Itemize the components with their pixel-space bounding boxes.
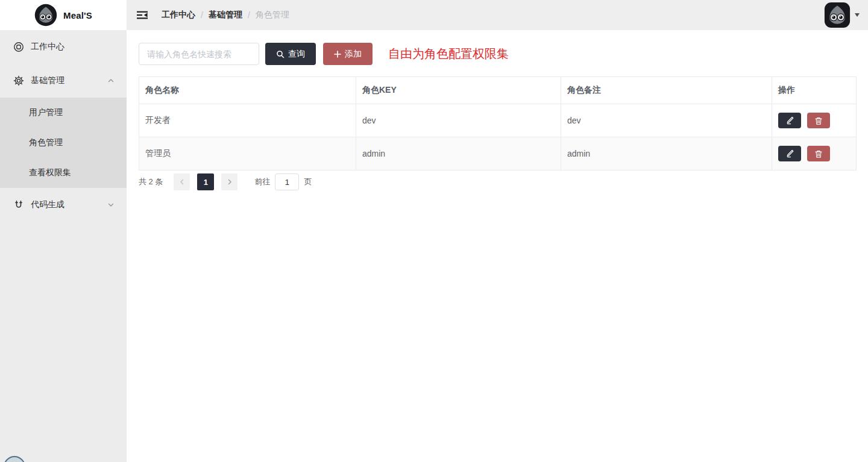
sidebar-item-label: 代码生成 [31,199,64,210]
brand-logo-icon [34,4,57,27]
submenu-item-label: 用户管理 [29,107,63,118]
pagination: 共 2 条 1 前往 页 [139,173,856,190]
caret-down-icon [855,13,860,17]
next-page-button[interactable] [221,173,237,190]
table-header-row: 角色名称 角色KEY 角色备注 操作 [139,77,857,104]
add-role-button[interactable]: 添加 [323,43,373,65]
sidebar-item-label: 工作中心 [31,42,64,52]
search-icon [276,50,285,58]
submenu-item-label: 查看权限集 [29,167,71,178]
main-content: 查询 添加 自由为角色配置权限集 角色名称 角色KEY 角色备注 操作 [127,30,868,462]
query-button[interactable]: 查询 [265,43,316,65]
brand-title: Meal'S [63,10,92,20]
gear-icon [13,75,25,86]
sidebar-item-user-mgmt[interactable]: 用户管理 [0,98,127,128]
submenu-item-label: 角色管理 [29,137,63,148]
chevron-right-icon [226,178,233,186]
toolbar: 查询 添加 自由为角色配置权限集 [139,43,856,65]
prev-page-button[interactable] [174,173,190,190]
breadcrumb-item-work-center[interactable]: 工作中心 [162,10,195,20]
sidebar-menu: 工作中心 基础管理 [0,30,127,222]
delete-role-button[interactable] [807,146,830,161]
breadcrumb: 工作中心 / 基础管理 / 角色管理 [162,10,289,20]
sidebar: Meal'S 工作中心 [0,0,127,462]
sidebar-item-work-center[interactable]: 工作中心 [0,30,127,64]
pencil-icon [785,116,794,125]
sidebar-item-role-mgmt[interactable]: 角色管理 [0,128,127,158]
topbar: 工作中心 / 基础管理 / 角色管理 [127,0,868,30]
cell-role-remark: dev [561,104,772,137]
breadcrumb-separator: / [201,10,203,20]
sidebar-item-codegen[interactable]: 代码生成 [0,188,127,222]
logo-bar: Meal'S [0,0,127,30]
pagination-total: 共 2 条 [139,176,163,187]
plus-icon [334,51,341,58]
trash-icon [814,116,823,125]
cell-role-key: admin [356,137,561,170]
cell-role-remark: admin [561,137,772,170]
table-row: 管理员 admin admin [139,137,857,170]
user-menu[interactable] [824,2,860,28]
column-header-role-remark: 角色备注 [561,77,772,104]
table-row: 开发者 dev dev [139,104,857,137]
cell-role-name: 管理员 [139,137,356,170]
column-header-actions: 操作 [772,77,857,104]
base-mgmt-submenu: 用户管理 角色管理 查看权限集 [0,98,127,188]
query-button-label: 查询 [288,49,305,60]
chevron-up-icon [107,77,115,84]
trash-icon [814,149,823,158]
sidebar-item-label: 基础管理 [31,75,64,86]
breadcrumb-separator: / [248,10,250,20]
role-search-input[interactable] [139,43,259,65]
cell-role-name: 开发者 [139,104,356,137]
edit-role-button[interactable] [778,146,801,161]
page-unit-label: 页 [304,176,312,187]
chevron-left-icon [178,178,186,186]
work-center-icon [13,42,25,52]
page-number-button[interactable]: 1 [197,173,214,190]
add-button-label: 添加 [345,49,362,60]
pencil-icon [785,149,794,158]
edit-role-button[interactable] [778,113,801,128]
cell-actions [772,104,857,137]
user-avatar[interactable] [824,2,851,28]
goto-page-label: 前往 [254,176,270,187]
cell-role-key: dev [356,104,561,137]
cell-actions [772,137,857,170]
sidebar-fold-icon[interactable] [136,10,148,20]
column-header-role-key: 角色KEY [356,77,561,104]
breadcrumb-item-role-mgmt: 角色管理 [256,10,289,20]
goto-page-input[interactable] [275,173,299,190]
delete-role-button[interactable] [807,113,830,128]
magnet-icon [13,199,25,210]
role-table: 角色名称 角色KEY 角色备注 操作 开发者 dev dev [139,76,857,170]
breadcrumb-item-base-mgmt[interactable]: 基础管理 [209,10,242,20]
column-header-role-name: 角色名称 [139,77,356,104]
sidebar-item-view-permissions[interactable]: 查看权限集 [0,158,127,188]
sidebar-item-base-mgmt[interactable]: 基础管理 [0,64,127,98]
permission-hint-text: 自由为角色配置权限集 [388,46,509,62]
chevron-down-icon [107,201,115,208]
